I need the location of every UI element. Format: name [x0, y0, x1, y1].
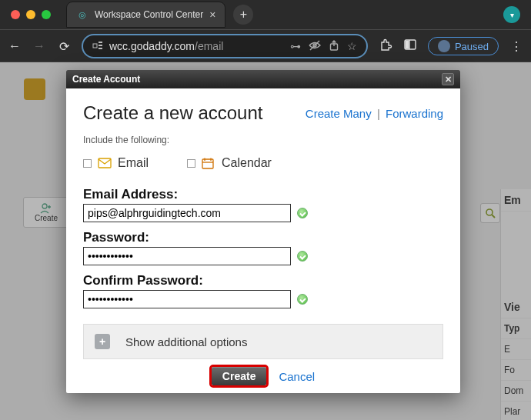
calendar-icon	[202, 158, 215, 168]
tab-title: Workspace Control Center	[95, 9, 203, 20]
password-field-label: Password:	[83, 230, 443, 245]
toolbar-right: Paused ⋮	[379, 37, 523, 55]
link-separator: |	[375, 107, 382, 120]
tab-favicon-icon: ◎	[76, 8, 88, 21]
window-minimize[interactable]	[26, 10, 35, 19]
mail-icon	[98, 158, 112, 168]
key-icon[interactable]: ⊶	[290, 40, 301, 53]
email-service-option[interactable]: Email	[83, 156, 149, 170]
nav-reload-icon[interactable]: ⟳	[57, 39, 71, 54]
nav-forward-icon[interactable]: →	[32, 39, 46, 53]
calendar-service-label: Calendar	[222, 156, 272, 170]
modal-title: Create Account	[72, 74, 140, 85]
url-bar[interactable]: wcc.godaddy.com/email ⊶ ☆	[82, 34, 368, 58]
url-host: wcc.godaddy.com/email	[109, 40, 223, 52]
new-tab-button[interactable]: +	[233, 5, 253, 25]
cancel-button[interactable]: Cancel	[279, 370, 315, 383]
create-button[interactable]: Create	[212, 367, 267, 385]
site-settings-icon[interactable]	[92, 40, 103, 53]
svg-rect-14	[202, 159, 213, 168]
modal-close-button[interactable]: ✕	[442, 73, 454, 85]
valid-check-icon	[297, 208, 308, 218]
service-checkbox-row: Email Calendar	[83, 156, 443, 170]
browser-toolbar: ← → ⟳ wcc.godaddy.com/email ⊶ ☆	[0, 29, 531, 62]
browser-tab[interactable]: ◎ Workspace Control Center ×	[66, 2, 225, 28]
svg-rect-1	[99, 42, 102, 43]
email-field[interactable]	[83, 204, 291, 222]
plus-icon: +	[95, 334, 110, 349]
tab-close-icon[interactable]: ×	[209, 8, 215, 21]
svg-rect-3	[99, 48, 102, 49]
window-close[interactable]	[11, 10, 20, 19]
email-service-label: Email	[118, 156, 149, 170]
valid-check-icon	[297, 294, 308, 305]
modal-heading: Create a new account	[83, 102, 262, 124]
checkbox-icon[interactable]	[83, 159, 92, 168]
profile-paused-chip[interactable]: Paused	[428, 37, 499, 55]
menu-icon[interactable]: ⋮	[509, 39, 523, 54]
svg-rect-9	[406, 41, 409, 49]
show-additional-options[interactable]: + Show additional options	[83, 324, 443, 359]
email-field-label: Email Address:	[83, 187, 443, 202]
valid-check-icon	[297, 251, 308, 262]
svg-rect-2	[99, 45, 102, 46]
forwarding-link[interactable]: Forwarding	[386, 107, 443, 120]
sidepanel-icon[interactable]	[403, 39, 417, 53]
tab-bar: ◎ Workspace Control Center × + ▾	[0, 0, 531, 29]
svg-rect-0	[93, 44, 97, 48]
eye-off-icon[interactable]	[309, 40, 321, 53]
include-label: Include the following:	[83, 135, 443, 145]
window-maximize[interactable]	[42, 10, 51, 19]
confirm-password-field-label: Confirm Password:	[83, 273, 443, 288]
checkbox-icon[interactable]	[187, 159, 195, 168]
window-controls	[6, 10, 51, 19]
modal-titlebar: Create Account ✕	[66, 70, 460, 88]
modal-footer: Create Cancel	[83, 359, 443, 388]
password-field[interactable]	[83, 247, 291, 265]
calendar-service-option[interactable]: Calendar	[187, 156, 272, 170]
browser-chrome: ◎ Workspace Control Center × + ▾ ← → ⟳ w…	[0, 0, 531, 62]
paused-label: Paused	[455, 41, 489, 52]
star-icon[interactable]: ☆	[347, 40, 357, 53]
create-account-modal: Create Account ✕ Create a new account Cr…	[66, 70, 460, 393]
url-action-icons: ⊶ ☆	[290, 40, 357, 53]
modal-body: Create a new account Create Many | Forwa…	[66, 88, 460, 393]
nav-back-icon[interactable]: ←	[8, 39, 22, 53]
close-icon: ✕	[445, 75, 452, 85]
modal-links: Create Many | Forwarding	[306, 107, 443, 120]
svg-rect-13	[99, 158, 111, 168]
profile-menu[interactable]: ▾	[503, 6, 520, 23]
expand-label: Show additional options	[125, 335, 247, 348]
extensions-icon[interactable]	[379, 38, 392, 55]
share-icon[interactable]	[329, 40, 339, 53]
profile-avatar-icon	[438, 40, 450, 52]
create-many-link[interactable]: Create Many	[306, 107, 372, 120]
confirm-password-field[interactable]	[83, 290, 291, 308]
